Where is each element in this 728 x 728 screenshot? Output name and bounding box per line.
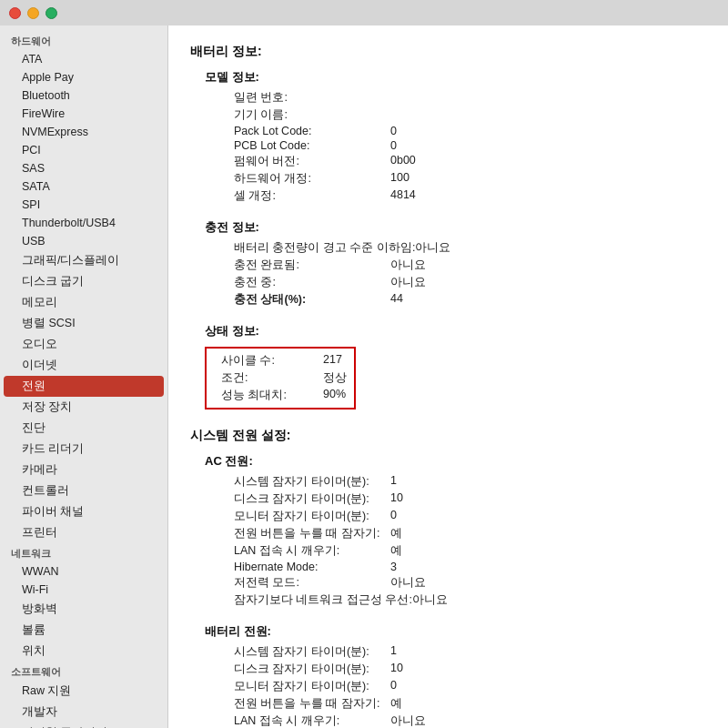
info-value: 아니요 xyxy=(390,275,426,290)
info-label: 전원 버튼을 누를 때 잠자기: xyxy=(190,696,390,712)
sidebar-item-developer[interactable]: 개발자 xyxy=(0,702,167,723)
sidebar-item-storage[interactable]: 저장 장치 xyxy=(0,397,167,418)
info-value: 10 xyxy=(390,662,403,677)
info-value: 1 xyxy=(390,474,397,490)
table-row: 저전력 모드:아니요 xyxy=(190,574,706,592)
sidebar-item-nvmexpress[interactable]: NVMExpress xyxy=(0,123,167,141)
sidebar-item-scsi[interactable]: 병렬 SCSI xyxy=(0,313,167,334)
sidebar-item-firewall[interactable]: 방화벽 xyxy=(0,599,167,620)
sidebar-item-thunderbolt[interactable]: Thunderbolt/USB4 xyxy=(0,214,167,232)
info-label: LAN 접속 시 깨우기: xyxy=(190,713,390,728)
info-label: 조건: xyxy=(214,370,323,386)
table-row: 충전 상태(%):44 xyxy=(190,291,706,308)
info-label: 사이클 수: xyxy=(214,353,323,369)
info-value: 100 xyxy=(390,171,410,187)
table-row: 디스크 잠자기 타이머(분):10 xyxy=(190,661,706,678)
info-label: 충전 상태(%): xyxy=(190,292,390,308)
table-row: 모니터 잠자기 타이머(분):0 xyxy=(190,678,706,695)
sidebar-item-audio[interactable]: 오디오 xyxy=(0,334,167,355)
sidebar-item-graphics[interactable]: 그래픽/디스플레이 xyxy=(0,250,167,271)
info-label: 배터리 충전량이 경고 수준 이하임: xyxy=(190,240,415,256)
info-label: 시스템 잠자기 타이머(분): xyxy=(190,474,390,490)
sidebar-item-ata[interactable]: ATA xyxy=(0,50,167,68)
info-value: 아니요 xyxy=(390,713,426,728)
sidebar-item-diag[interactable]: 진단 xyxy=(0,418,167,439)
table-row: 배터리 충전량이 경고 수준 이하임:아니요 xyxy=(190,239,706,257)
info-value: 217 xyxy=(323,353,342,369)
sidebar-item-usb[interactable]: USB xyxy=(0,232,167,250)
sidebar-item-controller[interactable]: 컨트롤러 xyxy=(0,480,167,501)
info-label: 디스크 잠자기 타이머(분): xyxy=(190,491,390,507)
info-value: 아니요 xyxy=(415,240,450,256)
info-label: 잠자기보다 네트워크 접근성 우선: xyxy=(190,592,412,608)
info-label: 펌웨어 버전: xyxy=(190,154,390,169)
sidebar-item-memory[interactable]: 메모리 xyxy=(0,292,167,313)
sidebar-item-firewire[interactable]: FireWire xyxy=(0,105,167,123)
sidebar-item-sata[interactable]: SATA xyxy=(0,177,167,196)
sidebar-item-pci[interactable]: PCI xyxy=(0,141,167,159)
battery-title: 배터리 정보: xyxy=(190,44,706,60)
info-value: 0 xyxy=(390,509,397,524)
sidebar-item-printer[interactable]: 프린터 xyxy=(0,522,167,543)
info-label: 모니터 잠자기 타이머(분): xyxy=(190,679,390,694)
info-label: Pack Lot Code: xyxy=(190,125,390,137)
table-row: 시스템 잠자기 타이머(분):1 xyxy=(190,473,706,490)
table-row: 잠자기보다 네트워크 접근성 우선:아니요 xyxy=(190,592,706,609)
info-value: 4814 xyxy=(390,188,416,204)
hardware-header: 하드웨어 xyxy=(0,31,167,50)
table-row: LAN 접속 시 깨우기:예 xyxy=(190,542,706,560)
info-label: 충전 완료됨: xyxy=(190,258,390,273)
sidebar-item-managed[interactable]: 관리형 클라이언트 xyxy=(0,723,167,728)
info-value: 0 xyxy=(390,125,397,137)
sidebar-item-fiber[interactable]: 파이버 채널 xyxy=(0,501,167,522)
sidebar-item-spi[interactable]: SPI xyxy=(0,196,167,214)
table-row: 하드웨어 개정:100 xyxy=(190,170,706,187)
info-label: 시스템 잠자기 타이머(분): xyxy=(190,644,390,660)
info-label: 기기 이름: xyxy=(190,107,390,123)
sidebar-item-ethernet[interactable]: 이더넷 xyxy=(0,355,167,376)
table-row: 모니터 잠자기 타이머(분):0 xyxy=(190,508,706,525)
info-label: 저전력 모드: xyxy=(190,575,390,591)
minimize-button[interactable] xyxy=(27,7,39,19)
sidebar-item-power[interactable]: 전원 xyxy=(4,376,164,397)
table-row: 시스템 잠자기 타이머(분):1 xyxy=(190,643,706,661)
sidebar-item-wwan[interactable]: WWAN xyxy=(0,562,167,581)
table-row: 조건:정상 xyxy=(214,369,347,387)
sidebar-item-applepay[interactable]: Apple Pay xyxy=(0,68,167,86)
maximize-button[interactable] xyxy=(46,7,57,19)
content-area: 하드웨어 ATAApple PayBluetoothFireWireNVMExp… xyxy=(0,25,728,728)
sidebar-item-location[interactable]: 위치 xyxy=(0,641,167,662)
info-label: 전원 버튼을 누를 때 잠자기: xyxy=(190,526,390,541)
battery-power-section-title: 배터리 전원: xyxy=(190,623,706,640)
info-label: 모니터 잠자기 타이머(분): xyxy=(190,509,390,524)
info-value: 0 xyxy=(390,139,397,152)
sidebar-item-volume[interactable]: 볼륨 xyxy=(0,620,167,641)
sidebar-item-disc[interactable]: 디스크 굽기 xyxy=(0,271,167,292)
charge-section-title: 충전 정보: xyxy=(190,219,706,236)
software-header: 소프트웨어 xyxy=(0,662,167,681)
info-label: Hibernate Mode: xyxy=(190,561,390,573)
sidebar-item-raw[interactable]: Raw 지원 xyxy=(0,681,167,702)
info-value: 0 xyxy=(390,679,397,694)
main-content: 배터리 정보: 모델 정보: 일련 번호:기기 이름:Pack Lot Code… xyxy=(168,25,728,728)
table-row: 사이클 수:217 xyxy=(214,352,347,369)
table-row: Hibernate Mode:3 xyxy=(190,560,706,574)
table-row: 셀 개정:4814 xyxy=(190,187,706,205)
close-button[interactable] xyxy=(9,7,21,19)
table-row: 전원 버튼을 누를 때 잠자기:예 xyxy=(190,525,706,542)
battery-power-block: 배터리 전원: 시스템 잠자기 타이머(분):1디스크 잠자기 타이머(분):1… xyxy=(190,623,706,728)
table-row: 일련 번호: xyxy=(190,89,706,106)
sidebar-item-camera[interactable]: 카메라 xyxy=(0,460,167,480)
sidebar-item-wifi[interactable]: Wi-Fi xyxy=(0,581,167,599)
sidebar-item-cardreader[interactable]: 카드 리더기 xyxy=(0,439,167,460)
info-value: 예 xyxy=(390,526,402,541)
info-label: 일련 번호: xyxy=(190,90,390,106)
sidebar-item-sas[interactable]: SAS xyxy=(0,159,167,177)
table-row: PCB Lot Code:0 xyxy=(190,138,706,153)
info-value: 아니요 xyxy=(412,592,448,608)
info-value: 90% xyxy=(323,388,346,403)
info-label: LAN 접속 시 깨우기: xyxy=(190,543,390,559)
sidebar-item-bluetooth[interactable]: Bluetooth xyxy=(0,86,167,105)
sidebar-network-section: WWANWi-Fi방화벽볼륨위치 xyxy=(0,562,167,662)
table-row: 전원 버튼을 누를 때 잠자기:예 xyxy=(190,695,706,713)
